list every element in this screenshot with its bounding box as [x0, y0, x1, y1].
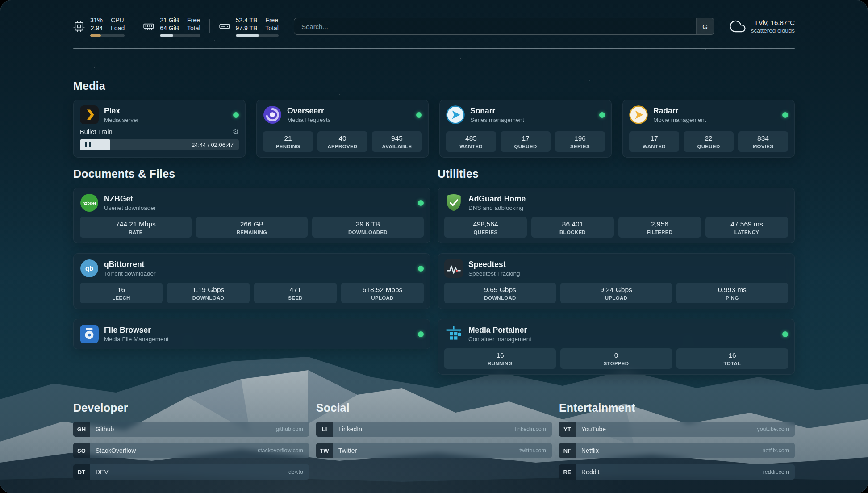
- stat-available: 945 AVAILABLE: [372, 131, 422, 152]
- stat-ping: 0.993 ms PING: [676, 283, 788, 303]
- bookmark-dev[interactable]: DT DEV dev.to: [73, 464, 309, 480]
- bookmark-abbr: GH: [73, 422, 90, 437]
- section-title-utilities: Utilities: [438, 167, 795, 180]
- bookmark-linkedin[interactable]: LI LinkedIn linkedin.com: [316, 422, 552, 437]
- disk-widget: 52.4 TB 97.9 TB Free Total: [219, 16, 279, 37]
- service-subtitle: Usenet downloader: [104, 205, 156, 211]
- stat-downloaded: 39.6 TB DOWNLOADED: [312, 217, 424, 238]
- disk-label: Free: [265, 16, 279, 24]
- stat-latency: 47.569 ms LATENCY: [705, 217, 788, 238]
- playback-time: 24:44 / 02:06:47: [192, 142, 234, 148]
- section-title-media: Media: [73, 79, 795, 92]
- bookmark-url: github.com: [276, 426, 303, 432]
- cpu-load: 2.94: [91, 24, 103, 32]
- qbittorrent-card[interactable]: qb qBittorrent Torrent downloader 16: [73, 253, 430, 309]
- bookmark-reddit[interactable]: RE Reddit reddit.com: [559, 464, 795, 480]
- service-subtitle: Media server: [104, 117, 139, 123]
- bookmark-twitter[interactable]: TW Twitter twitter.com: [316, 443, 552, 458]
- nzbget-icon: nzbget: [80, 193, 99, 212]
- qbittorrent-icon: qb: [80, 259, 99, 278]
- status-dot: [599, 112, 605, 118]
- bookmark-name: DEV: [96, 468, 108, 476]
- overseerr-card[interactable]: Overseerr Media Requests 21 PENDING 40 A…: [256, 100, 429, 158]
- stat-series: 196 SERIES: [555, 131, 605, 152]
- search-input[interactable]: [294, 18, 696, 34]
- nzbget-card[interactable]: nzbget NZBGet Usenet downloader 744.21 M…: [73, 188, 430, 243]
- filebrowser-icon: [80, 325, 99, 343]
- top-bar: 31% 2.94 CPU Load: [73, 16, 795, 37]
- header-divider: [73, 48, 795, 49]
- bookmark-abbr: DT: [73, 464, 90, 480]
- divider: [134, 19, 134, 33]
- bookmark-url: reddit.com: [763, 469, 789, 475]
- bookmarks-section: Developer GH Github github.com SO StackO…: [73, 401, 795, 480]
- disk-total: 97.9 TB: [236, 24, 258, 32]
- bookmark-youtube[interactable]: YT YouTube youtube.com: [559, 422, 795, 437]
- status-dot: [233, 112, 239, 118]
- portainer-card[interactable]: Media Portainer Container management 16 …: [438, 319, 795, 375]
- memory-free: 21 GiB: [160, 16, 179, 24]
- stat-stopped: 0 STOPPED: [560, 348, 672, 369]
- disk-progress-bar: [236, 34, 279, 37]
- filebrowser-card[interactable]: File Browser Media File Management: [73, 319, 430, 349]
- bookmark-url: linkedin.com: [515, 426, 546, 432]
- service-name: AdGuard Home: [468, 194, 526, 204]
- stat-upload: 618.52 Mbps UPLOAD: [341, 283, 424, 303]
- bookmark-name: LinkedIn: [338, 426, 362, 433]
- stat-upload: 9.24 Gbps UPLOAD: [560, 283, 672, 303]
- stat-remaining: 266 GB REMAINING: [196, 217, 308, 238]
- status-dot: [782, 112, 788, 118]
- bookmark-url: twitter.com: [519, 447, 546, 454]
- divider: [209, 19, 210, 33]
- bookmark-name: YouTube: [581, 426, 606, 433]
- portainer-icon: [444, 325, 463, 343]
- bookmark-github[interactable]: GH Github github.com: [73, 422, 309, 437]
- plex-card[interactable]: Plex Media server Bullet Train ⚙ 24:44 /…: [73, 100, 246, 158]
- search-bar: G: [294, 18, 714, 35]
- search-provider-button[interactable]: G: [696, 18, 714, 34]
- bookmark-name: Netflix: [581, 447, 599, 454]
- utilities-column: Utilities AdGuard Home DNS and adblockin…: [438, 167, 795, 375]
- stat-seed: 471 SEED: [254, 283, 337, 303]
- service-subtitle: Movie management: [653, 117, 706, 123]
- stat-running: 16 RUNNING: [444, 348, 556, 369]
- section-title-documents: Documents & Files: [73, 167, 430, 180]
- playback-progress-bar: 24:44 / 02:06:47: [80, 139, 239, 150]
- bookmark-url: netflix.com: [762, 447, 789, 454]
- speedtest-icon: [444, 259, 463, 278]
- service-subtitle: Container management: [468, 336, 531, 343]
- service-name: NZBGet: [104, 194, 156, 204]
- stat-wanted: 17 WANTED: [629, 131, 679, 152]
- status-dot: [418, 200, 424, 206]
- adguard-card[interactable]: AdGuard Home DNS and adblocking 498,564 …: [438, 188, 795, 243]
- stat-approved: 40 APPROVED: [317, 131, 367, 152]
- adguard-icon: [444, 193, 463, 212]
- status-dot: [418, 331, 424, 337]
- bookmark-group-social: Social LI LinkedIn linkedin.com TW Twitt…: [316, 401, 552, 458]
- stat-wanted: 485 WANTED: [446, 131, 496, 152]
- radarr-card[interactable]: Radarr Movie management 17 WANTED 22 QUE…: [622, 100, 795, 158]
- cloud-icon: [730, 18, 746, 34]
- cpu-label-2: Load: [111, 24, 125, 32]
- weather-location: Lviv, 16.87°C: [755, 19, 795, 26]
- pause-button[interactable]: [85, 142, 91, 147]
- disk-label-2: Total: [265, 24, 279, 32]
- service-name: Media Portainer: [468, 326, 531, 335]
- service-name: Speedtest: [468, 260, 520, 269]
- cpu-percent: 31%: [90, 16, 103, 24]
- service-subtitle: Media Requests: [287, 117, 331, 123]
- gear-icon[interactable]: ⚙: [233, 128, 239, 135]
- status-dot: [418, 266, 424, 272]
- bookmark-stackoverflow[interactable]: SO StackOverflow stackoverflow.com: [73, 443, 309, 458]
- bookmark-abbr: SO: [73, 443, 90, 458]
- sonarr-card[interactable]: Sonarr Series management 485 WANTED 17 Q…: [439, 100, 612, 158]
- memory-widget: 21 GiB 64 GiB Free Total: [143, 16, 200, 37]
- stat-download: 9.65 Gbps DOWNLOAD: [444, 283, 556, 303]
- bookmark-group-entertainment: Entertainment YT YouTube youtube.com NF …: [559, 401, 795, 480]
- bookmark-netflix[interactable]: NF Netflix netflix.com: [559, 443, 795, 458]
- stat-queued: 22 QUEUED: [684, 131, 734, 152]
- stat-queued: 17 QUEUED: [501, 131, 551, 152]
- sonarr-icon: [446, 105, 465, 124]
- speedtest-card[interactable]: Speedtest Speedtest Tracking 9.65 Gbps D…: [438, 253, 795, 309]
- bookmark-group-title: Entertainment: [559, 401, 795, 414]
